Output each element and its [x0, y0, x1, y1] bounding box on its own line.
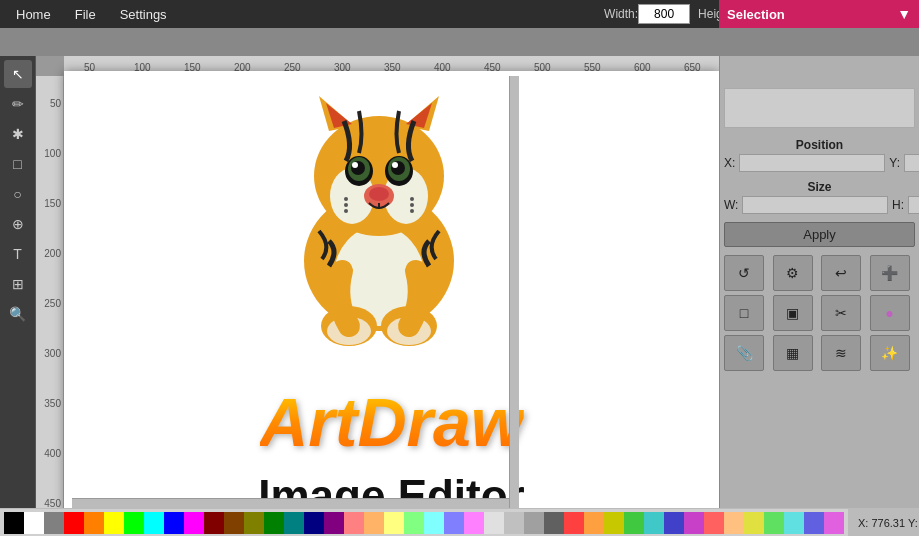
palette-color[interactable]	[84, 512, 104, 534]
palette-color[interactable]	[564, 512, 584, 534]
palette-color[interactable]	[724, 512, 744, 534]
w-input[interactable]	[742, 196, 888, 214]
color-btn[interactable]: ●	[870, 295, 910, 331]
transform-add-btn[interactable]: ➕	[870, 255, 910, 291]
h-label: H:	[892, 198, 904, 212]
tool-grid[interactable]: ⊞	[4, 270, 32, 298]
palette-color[interactable]	[744, 512, 764, 534]
layer-front-btn[interactable]: □	[724, 295, 764, 331]
tool-shape[interactable]: ✱	[4, 120, 32, 148]
right-panel: Position X: Y: Size W: H: Apply ↺ ⚙ ↩ ➕ …	[719, 56, 919, 536]
svg-point-23	[410, 203, 414, 207]
palette-color[interactable]	[784, 512, 804, 534]
x-input[interactable]	[739, 154, 885, 172]
transform-rotate-btn[interactable]: ↺	[724, 255, 764, 291]
palette-color[interactable]	[244, 512, 264, 534]
tiger-image	[274, 81, 484, 346]
palette-color[interactable]	[464, 512, 484, 534]
canvas-background: ArtDraw Image Editor	[64, 76, 719, 536]
palette-color[interactable]	[104, 512, 124, 534]
palette-color[interactable]	[184, 512, 204, 534]
left-toolbar: ↖ ✏ ✱ □ ○ ⊕ T ⊞ 🔍	[0, 56, 36, 536]
h-input[interactable]	[908, 196, 919, 214]
palette-color[interactable]	[24, 512, 44, 534]
palette-color[interactable]	[364, 512, 384, 534]
horizontal-scrollbar[interactable]	[72, 498, 509, 508]
x-row: X: Y:	[724, 154, 915, 172]
vertical-scrollbar[interactable]	[509, 76, 519, 508]
wave-btn[interactable]: ≋	[821, 335, 861, 371]
attach-btn[interactable]: 📎	[724, 335, 764, 371]
palette-color[interactable]	[824, 512, 844, 534]
palette-color[interactable]	[404, 512, 424, 534]
transform-path-btn[interactable]: ↩	[821, 255, 861, 291]
palette-color[interactable]	[164, 512, 184, 534]
palette-color[interactable]	[644, 512, 664, 534]
canvas-area: 50 100 150 200 250 300 350 400 450 500 5…	[36, 56, 719, 536]
apply-button[interactable]: Apply	[724, 222, 915, 247]
palette-color[interactable]	[324, 512, 344, 534]
clip-btn[interactable]: ✂	[821, 295, 861, 331]
palette-color[interactable]	[804, 512, 824, 534]
palette-color[interactable]	[4, 512, 24, 534]
position-title: Position	[724, 138, 915, 152]
palette-color[interactable]	[304, 512, 324, 534]
selection-dropdown[interactable]: ▼	[897, 6, 911, 22]
transform-nodes-btn[interactable]: ⚙	[773, 255, 813, 291]
menu-file[interactable]: File	[63, 3, 108, 26]
selection-preview	[724, 88, 915, 128]
svg-point-22	[410, 197, 414, 201]
palette-color[interactable]	[64, 512, 84, 534]
palette-color[interactable]	[604, 512, 624, 534]
palette-color[interactable]	[224, 512, 244, 534]
palette-color[interactable]	[484, 512, 504, 534]
svg-point-2	[314, 116, 444, 236]
palette-color[interactable]	[264, 512, 284, 534]
menu-home[interactable]: Home	[4, 3, 63, 26]
palette-color[interactable]	[204, 512, 224, 534]
tool-pencil[interactable]: ✏	[4, 90, 32, 118]
tool-select[interactable]: ↖	[4, 60, 32, 88]
sparkle-btn[interactable]: ✨	[870, 335, 910, 371]
palette-color[interactable]	[444, 512, 464, 534]
tool-ellipse[interactable]: ○	[4, 180, 32, 208]
width-label: Width:	[604, 7, 638, 21]
tool-text[interactable]: T	[4, 240, 32, 268]
width-input[interactable]	[638, 4, 690, 24]
pattern-btn[interactable]: ▦	[773, 335, 813, 371]
palette-color[interactable]	[544, 512, 564, 534]
palette-color[interactable]	[44, 512, 64, 534]
palette-color[interactable]	[664, 512, 684, 534]
tool-rectangle[interactable]: □	[4, 150, 32, 178]
canvas-white[interactable]: ArtDraw Image Editor	[64, 71, 719, 536]
main-area: ↖ ✏ ✱ □ ○ ⊕ T ⊞ 🔍 50 100 150 200 250 300…	[0, 56, 919, 536]
selection-title: Selection	[727, 7, 785, 22]
palette-color[interactable]	[424, 512, 444, 534]
palette-color[interactable]	[624, 512, 644, 534]
menu-settings[interactable]: Settings	[108, 3, 179, 26]
y-input[interactable]	[904, 154, 919, 172]
statusbar: X: 776.31 Y: 375.20 mm	[0, 508, 919, 536]
palette-color[interactable]	[684, 512, 704, 534]
tool-crosshair[interactable]: ⊕	[4, 210, 32, 238]
palette-color[interactable]	[344, 512, 364, 534]
palette-color[interactable]	[504, 512, 524, 534]
wh-row: W: H:	[724, 196, 915, 214]
palette-color[interactable]	[704, 512, 724, 534]
size-title: Size	[724, 180, 915, 194]
palette-color[interactable]	[384, 512, 404, 534]
selection-panel-header: Selection ▼	[719, 0, 919, 28]
svg-point-15	[352, 162, 358, 168]
palette-color[interactable]	[524, 512, 544, 534]
palette-color[interactable]	[124, 512, 144, 534]
svg-point-19	[344, 197, 348, 201]
palette-color[interactable]	[764, 512, 784, 534]
tool-zoom[interactable]: 🔍	[4, 300, 32, 328]
tool-grid-3: 📎 ▦ ≋ ✨	[724, 335, 915, 371]
palette-color[interactable]	[584, 512, 604, 534]
palette-color[interactable]	[144, 512, 164, 534]
svg-point-21	[344, 209, 348, 213]
palette-color[interactable]	[284, 512, 304, 534]
layer-back-btn[interactable]: ▣	[773, 295, 813, 331]
tool-grid-1: ↺ ⚙ ↩ ➕	[724, 255, 915, 291]
